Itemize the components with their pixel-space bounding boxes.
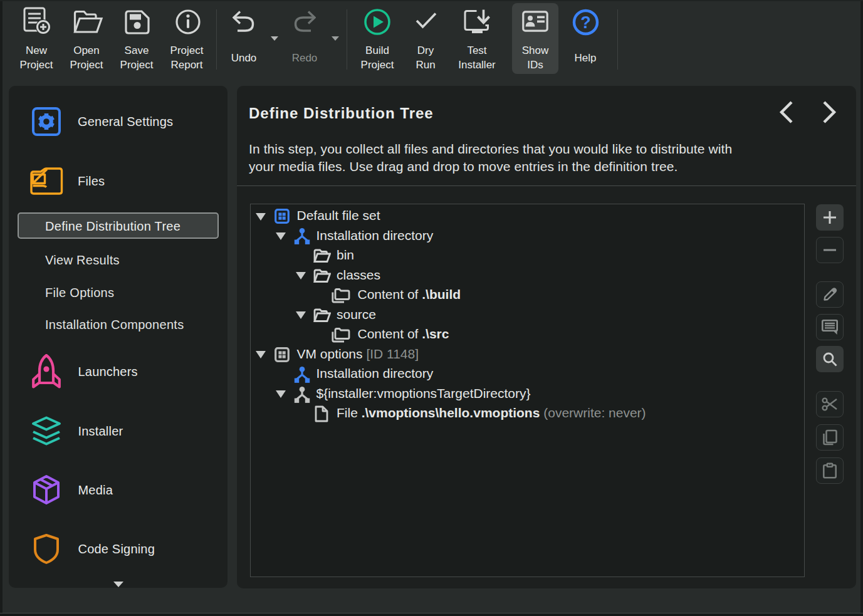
svg-text:?: ? [580,13,591,32]
